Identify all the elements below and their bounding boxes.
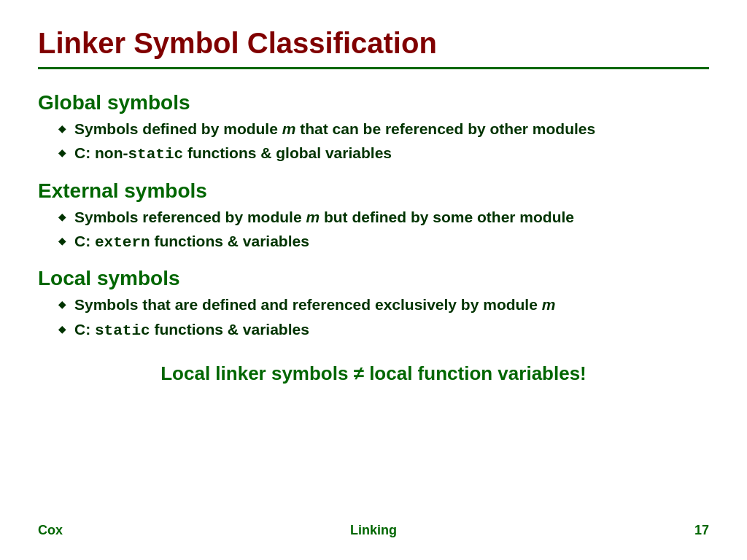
- slide: Linker Symbol Classification Global symb…: [0, 0, 747, 560]
- slide-footer: Cox Linking 17: [38, 516, 709, 538]
- bullet-list-external: Symbols referenced by module m but defin…: [58, 207, 709, 257]
- bullet-text: Symbols referenced by module m but defin…: [74, 207, 709, 228]
- list-item: C: non-static functions & global variabl…: [58, 143, 709, 165]
- slide-body: Global symbols Symbols defined by module…: [38, 85, 709, 516]
- bullet-text: Symbols defined by module m that can be …: [74, 119, 709, 139]
- bullet-text: Symbols that are defined and referenced …: [74, 295, 709, 315]
- bullet-text: C: extern functions & variables: [74, 231, 709, 253]
- list-item: Symbols defined by module m that can be …: [58, 119, 709, 139]
- footer-center: Linking: [263, 523, 484, 538]
- slide-title: Linker Symbol Classification: [38, 26, 709, 60]
- title-divider: [38, 67, 709, 69]
- bullet-text: C: static functions & variables: [74, 319, 709, 341]
- bullet-list-local: Symbols that are defined and referenced …: [58, 295, 709, 345]
- highlight-box: Local linker symbols ≠ local function va…: [38, 362, 709, 385]
- footer-right: 17: [487, 523, 709, 538]
- list-item: Symbols that are defined and referenced …: [58, 295, 709, 315]
- highlight-text: Local linker symbols ≠ local function va…: [160, 362, 587, 384]
- footer-left: Cox: [38, 523, 260, 538]
- section-heading-external: External symbols: [38, 179, 709, 203]
- section-heading-local: Local symbols: [38, 267, 709, 290]
- section-heading-global: Global symbols: [38, 91, 709, 114]
- list-item: C: static functions & variables: [58, 319, 709, 341]
- list-item: C: extern functions & variables: [58, 231, 709, 253]
- bullet-text: C: non-static functions & global variabl…: [74, 143, 709, 165]
- list-item: Symbols referenced by module m but defin…: [58, 207, 709, 228]
- bullet-list-global: Symbols defined by module m that can be …: [58, 119, 709, 169]
